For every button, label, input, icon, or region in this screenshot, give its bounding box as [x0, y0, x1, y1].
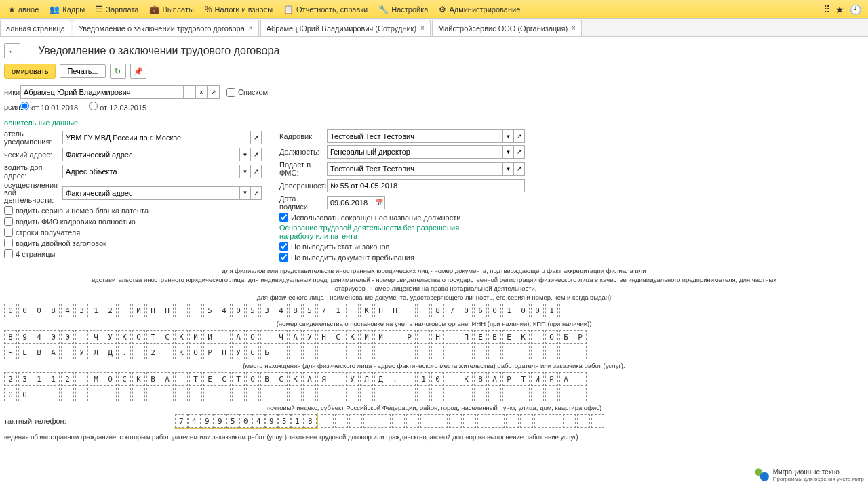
form-cell[interactable]: [246, 388, 259, 401]
form-cell[interactable]: Т: [517, 372, 530, 386]
form-cell[interactable]: [389, 346, 401, 359]
close-icon[interactable]: ×: [420, 24, 425, 32]
form-cell[interactable]: 0: [232, 304, 245, 317]
form-cell[interactable]: [90, 388, 102, 401]
form-cell[interactable]: [502, 388, 515, 401]
form-cell[interactable]: Ч: [90, 330, 102, 344]
form-cell[interactable]: О: [189, 346, 202, 359]
form-cell[interactable]: [446, 388, 458, 401]
form-cell[interactable]: 0: [18, 304, 31, 317]
form-cell[interactable]: [118, 304, 131, 317]
form-cell[interactable]: 2: [146, 346, 159, 359]
form-cell[interactable]: 4: [218, 304, 231, 317]
chk-no-laws[interactable]: [279, 242, 288, 251]
form-cell[interactable]: -: [417, 330, 430, 344]
form-cell[interactable]: Б: [260, 346, 273, 359]
form-cell[interactable]: [203, 388, 216, 401]
form-cell[interactable]: [534, 414, 547, 428]
form-cell[interactable]: О: [246, 372, 259, 386]
form-cell[interactable]: 7: [317, 304, 330, 317]
form-cell[interactable]: [431, 346, 444, 359]
form-cell[interactable]: 5: [203, 304, 216, 317]
form-cell[interactable]: [218, 330, 231, 344]
form-cell[interactable]: 9: [201, 414, 214, 428]
form-cell[interactable]: 1: [417, 372, 430, 386]
form-cell[interactable]: 0: [239, 414, 252, 428]
form-cell[interactable]: [175, 388, 188, 401]
form-cell[interactable]: [378, 414, 391, 428]
version-opt2[interactable]: от 12.03.2015: [89, 102, 146, 112]
chk-no-doc[interactable]: [279, 253, 288, 262]
form-cell[interactable]: [189, 388, 202, 401]
print-button[interactable]: Печать...: [60, 64, 105, 78]
dropdown-icon[interactable]: ▼: [240, 186, 251, 200]
form-cell[interactable]: [75, 330, 88, 344]
form-cell[interactable]: 3: [75, 304, 88, 317]
form-cell[interactable]: Н: [317, 330, 330, 344]
form-cell[interactable]: 5: [246, 304, 259, 317]
form-cell[interactable]: [449, 414, 462, 428]
close-icon[interactable]: ×: [249, 24, 253, 32]
back-button[interactable]: ←: [4, 43, 20, 58]
form-cell[interactable]: Н: [146, 304, 159, 317]
att-input[interactable]: [327, 179, 525, 192]
form-cell[interactable]: [75, 388, 88, 401]
form-cell[interactable]: К: [360, 304, 373, 317]
form-cell[interactable]: [431, 388, 444, 401]
form-cell[interactable]: [406, 414, 419, 428]
calendar-icon[interactable]: 📅: [374, 196, 385, 209]
form-cell[interactable]: 8: [431, 304, 444, 317]
form-cell[interactable]: [260, 388, 273, 401]
form-cell[interactable]: .: [118, 346, 131, 359]
form-cell[interactable]: К: [289, 372, 302, 386]
form-cell[interactable]: 5: [278, 414, 291, 428]
menu-zarplata[interactable]: ☰Зарплата: [90, 0, 144, 18]
form-cell[interactable]: 4: [252, 414, 265, 428]
form-cell[interactable]: Е: [18, 346, 31, 359]
form-cell[interactable]: А: [47, 346, 60, 359]
form-cell[interactable]: Р: [502, 372, 515, 386]
tab-org[interactable]: Майстройсервис ООО (Организация)×: [432, 20, 582, 36]
form-cell[interactable]: [218, 388, 231, 401]
form-cell[interactable]: 2: [4, 372, 17, 386]
form-cell[interactable]: 0: [47, 330, 60, 344]
addaddr-select[interactable]: [62, 165, 240, 178]
form-cell[interactable]: [531, 388, 544, 401]
form-cell[interactable]: 0: [33, 304, 45, 317]
form-cell[interactable]: [460, 388, 473, 401]
form-cell[interactable]: 3: [260, 304, 273, 317]
form-cell[interactable]: 7: [175, 414, 188, 428]
form-cell[interactable]: [463, 414, 476, 428]
form-cell[interactable]: 2: [104, 304, 117, 317]
form-cell[interactable]: Л: [360, 372, 373, 386]
form-cell[interactable]: [175, 304, 188, 317]
form-cell[interactable]: Д: [104, 346, 117, 359]
open-button[interactable]: ↗: [208, 85, 220, 99]
tab-notification[interactable]: Уведомление о заключении трудового догов…: [73, 20, 259, 36]
open-icon[interactable]: ↗: [514, 129, 525, 143]
form-cell[interactable]: [332, 372, 344, 386]
form-cell[interactable]: Р: [545, 372, 558, 386]
chk-header[interactable]: [4, 239, 13, 247]
form-cell[interactable]: Е: [474, 330, 487, 344]
form-cell[interactable]: 1: [33, 372, 45, 386]
form-cell[interactable]: [61, 346, 74, 359]
form-cell[interactable]: [374, 388, 387, 401]
version-opt1[interactable]: от 10.01.2018: [20, 102, 78, 112]
favorite-icon[interactable]: ★: [835, 4, 844, 15]
form-cell[interactable]: .: [389, 372, 401, 386]
form-cell[interactable]: [346, 388, 359, 401]
open-icon[interactable]: ↗: [251, 131, 262, 144]
chk-patent[interactable]: [4, 206, 13, 215]
form-cell[interactable]: У: [346, 372, 359, 386]
form-cell[interactable]: [559, 304, 572, 317]
form-cell[interactable]: [488, 388, 501, 401]
form-cell[interactable]: О: [104, 372, 117, 386]
form-cell[interactable]: [360, 388, 373, 401]
form-cell[interactable]: 1: [545, 304, 558, 317]
form-cell[interactable]: [161, 346, 174, 359]
form-cell[interactable]: Р: [203, 346, 216, 359]
dropdown-icon[interactable]: ▼: [240, 148, 251, 161]
form-cell[interactable]: 7: [446, 304, 458, 317]
menu-main[interactable]: ★авное: [3, 0, 44, 18]
